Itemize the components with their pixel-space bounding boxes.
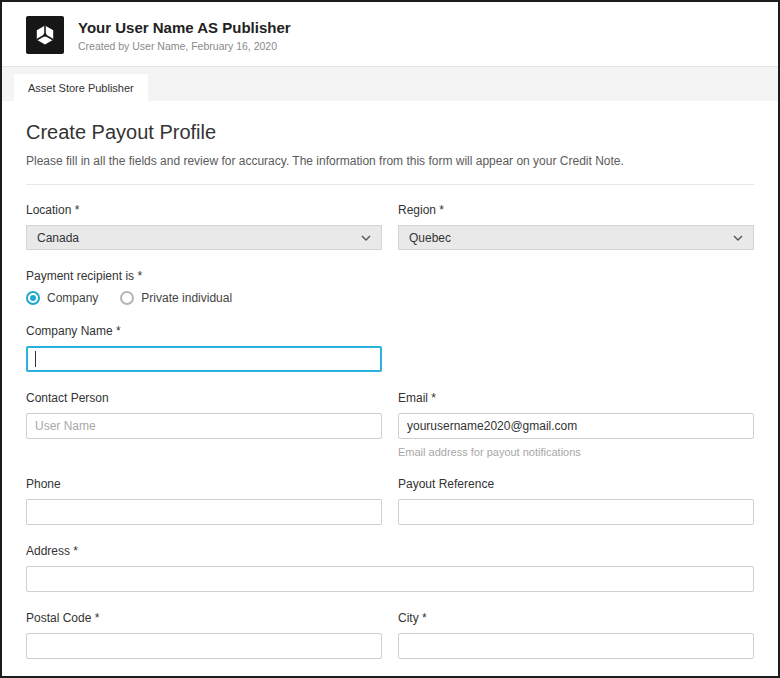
payout-reference-label: Payout Reference: [398, 477, 754, 491]
payment-recipient-field: Payment recipient is * Company Private i…: [26, 269, 754, 305]
publisher-header: Your User Name AS Publisher Created by U…: [2, 2, 778, 66]
row-phone-payout: Phone Payout Reference: [26, 477, 754, 525]
row-postal-city: Postal Code * City *: [26, 611, 754, 659]
header-text: Your User Name AS Publisher Created by U…: [78, 19, 291, 52]
location-field: Location * Canada: [26, 203, 382, 250]
phone-input[interactable]: [26, 499, 382, 525]
postal-code-label: Postal Code *: [26, 611, 382, 625]
row-contact-email: Contact Person Email * Email address for…: [26, 391, 754, 458]
radio-label-company: Company: [47, 291, 98, 305]
company-name-field: Company Name *: [26, 324, 382, 372]
row-address: Address *: [26, 544, 754, 592]
city-input[interactable]: [398, 633, 754, 659]
tab-bar: Asset Store Publisher: [2, 66, 778, 101]
region-select[interactable]: Quebec: [398, 225, 754, 250]
app-window: Your User Name AS Publisher Created by U…: [0, 0, 780, 678]
location-value: Canada: [37, 231, 79, 245]
company-name-input[interactable]: [26, 346, 382, 372]
tab-asset-store-publisher[interactable]: Asset Store Publisher: [14, 74, 148, 101]
payout-profile-form: Location * Canada Region * Quebec: [26, 185, 754, 678]
postal-code-field: Postal Code *: [26, 611, 382, 659]
empty-cell: [398, 324, 754, 372]
contact-person-input[interactable]: [26, 413, 382, 439]
payment-recipient-radio-group: Company Private individual: [26, 291, 754, 305]
email-field: Email * Email address for payout notific…: [398, 391, 754, 458]
radio-option-private-individual[interactable]: Private individual: [120, 291, 232, 305]
region-label: Region *: [398, 203, 754, 217]
radio-label-private-individual: Private individual: [141, 291, 232, 305]
company-name-label: Company Name *: [26, 324, 382, 338]
row-company-name: Company Name *: [26, 324, 754, 372]
address-input[interactable]: [26, 566, 754, 592]
address-label: Address *: [26, 544, 754, 558]
phone-field: Phone: [26, 477, 382, 525]
row-location-region: Location * Canada Region * Quebec: [26, 203, 754, 250]
email-input[interactable]: [398, 413, 754, 439]
address-field: Address *: [26, 544, 754, 592]
company-name-input-wrap: [26, 346, 382, 372]
payment-recipient-label: Payment recipient is *: [26, 269, 754, 283]
publisher-title: Your User Name AS Publisher: [78, 19, 291, 36]
phone-label: Phone: [26, 477, 382, 491]
location-label: Location *: [26, 203, 382, 217]
payout-reference-input[interactable]: [398, 499, 754, 525]
region-field: Region * Quebec: [398, 203, 754, 250]
publisher-subtitle: Created by User Name, February 16, 2020: [78, 40, 291, 52]
unity-logo-icon: [26, 16, 64, 54]
page-title: Create Payout Profile: [26, 121, 754, 144]
payout-reference-field: Payout Reference: [398, 477, 754, 525]
radio-option-company[interactable]: Company: [26, 291, 98, 305]
text-cursor: [35, 351, 36, 367]
contact-person-label: Contact Person: [26, 391, 382, 405]
region-value: Quebec: [409, 231, 451, 245]
postal-code-input[interactable]: [26, 633, 382, 659]
chevron-down-icon: [733, 235, 743, 241]
page-description: Please fill in all the fields and review…: [26, 154, 754, 168]
main-content: Create Payout Profile Please fill in all…: [2, 101, 778, 678]
city-label: City *: [398, 611, 754, 625]
contact-person-field: Contact Person: [26, 391, 382, 458]
radio-selected-icon: [26, 291, 40, 305]
location-select[interactable]: Canada: [26, 225, 382, 250]
email-label: Email *: [398, 391, 754, 405]
email-helper-text: Email address for payout notifications: [398, 446, 754, 458]
chevron-down-icon: [361, 235, 371, 241]
city-field: City *: [398, 611, 754, 659]
row-payment-recipient: Payment recipient is * Company Private i…: [26, 269, 754, 305]
radio-unselected-icon: [120, 291, 134, 305]
